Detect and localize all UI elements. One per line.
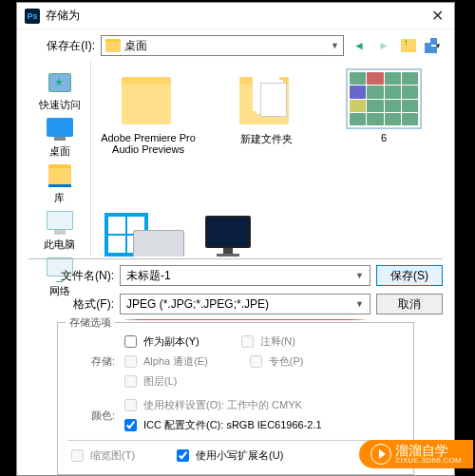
checkbox-label: 使用小写扩展名(U): [196, 448, 283, 463]
icc-checkbox[interactable]: ICC 配置文件(C): sRGB IEC61966-2.1: [121, 416, 322, 434]
sidebar-item-label: 此电脑: [44, 238, 75, 252]
watermark-badge: 溜溜自学 ZIXUE.3D66.COM: [359, 440, 473, 468]
watermark-sub: ZIXUE.3D66.COM: [395, 457, 462, 465]
file-browser: Adobe Premiere Pro Audio Previews 新建文件夹 …: [97, 62, 443, 257]
color-row: 颜色: 使用校样设置(O): 工作中的 CMYK ICC 配置文件(C): sR…: [67, 396, 404, 434]
sidebar-item-desktop[interactable]: 桌面: [45, 116, 75, 159]
quick-access-icon: [45, 69, 75, 96]
titlebar: Ps 存储为 ✕: [17, 3, 454, 29]
filename-label: 文件名(N):: [28, 268, 114, 284]
spot-checkbox: 专色(P): [246, 352, 304, 371]
photoshop-icon: Ps: [25, 9, 40, 24]
dialog-title: 存储为: [46, 8, 428, 24]
file-item-folder[interactable]: Adobe Premiere Pro Audio Previews: [101, 69, 196, 181]
checkbox-label: 注释(N): [260, 334, 295, 349]
up-button[interactable]: [399, 36, 418, 55]
divider: [28, 258, 443, 259]
layers-checkbox: 图层(L): [121, 372, 304, 390]
thumb-checkbox: 缩览图(T): [67, 447, 135, 465]
storage-row: 存储: 作为副本(Y) 注释(N) Alpha 通道(E) 专色(P) 图层(L…: [67, 333, 404, 390]
close-icon[interactable]: ✕: [428, 7, 446, 25]
chevron-down-icon: ▼: [331, 41, 339, 50]
thispc-icon: [45, 209, 75, 236]
format-label: 格式(F):: [28, 296, 114, 313]
dialog-content: 保存在(I): 桌面 ▼ ◄ ◄ ▼ 快速访问 桌面: [17, 29, 454, 475]
button-label: 取消: [398, 296, 421, 313]
group-legend: 存储选项: [66, 315, 115, 330]
save-as-dialog: Ps 存储为 ✕ 保存在(I): 桌面 ▼ ◄ ◄ ▼ 快速访问: [16, 2, 455, 476]
checkbox-label: ICC 配置文件(C): sRGB IEC61966-2.1: [143, 418, 322, 432]
divider: [67, 440, 404, 441]
chevron-down-icon: ▼: [355, 271, 364, 280]
image-thumbnail: [347, 69, 421, 128]
color-label: 颜色:: [67, 409, 115, 423]
checkbox-label: 使用校样设置(O): 工作中的 CMYK: [143, 398, 302, 412]
chevron-down-icon: ▼: [355, 299, 364, 309]
file-item-folder[interactable]: 新建文件夹: [218, 69, 314, 181]
forward-button[interactable]: ◄: [374, 36, 393, 55]
notes-checkbox: 注释(N): [238, 333, 295, 351]
monitor-icon: [205, 216, 251, 257]
filename-combo[interactable]: 未标题-1 ▼: [120, 265, 370, 286]
places-sidebar: 快速访问 桌面 库 此电脑 网络: [28, 62, 91, 257]
savein-value: 桌面: [124, 38, 147, 54]
chevron-down-icon: ▼: [434, 42, 442, 50]
filename-row: 文件名(N): 未标题-1 ▼ 保存(S): [28, 265, 443, 286]
format-value: JPEG (*.JPG;*.JPEG;*.JPE): [126, 297, 269, 311]
lowerext-checkbox[interactable]: 使用小写扩展名(U): [173, 447, 283, 465]
file-label: 新建文件夹: [240, 132, 293, 146]
storage-label: 存储:: [67, 354, 115, 369]
watermark-title: 溜溜自学: [395, 444, 462, 457]
alpha-checkbox: Alpha 通道(E): [121, 352, 208, 371]
play-icon: [370, 444, 391, 465]
drive-icon: [133, 230, 184, 257]
proof-checkbox: 使用校样设置(O): 工作中的 CMYK: [121, 396, 322, 414]
back-button[interactable]: ◄: [350, 36, 369, 55]
file-label: Adobe Premiere Pro Audio Previews: [101, 132, 196, 155]
file-item-image[interactable]: 6: [336, 69, 431, 181]
copy-checkbox[interactable]: 作为副本(Y): [121, 333, 200, 351]
sidebar-item-label: 快速访问: [39, 98, 81, 112]
savein-dropdown[interactable]: 桌面 ▼: [101, 35, 344, 56]
folder-icon: [239, 77, 293, 121]
checkbox-label: 作为副本(Y): [143, 334, 200, 349]
sidebar-item-quick[interactable]: 快速访问: [39, 69, 81, 112]
folder-icon: [105, 39, 121, 52]
button-label: 保存(S): [390, 268, 428, 284]
back-icon: ◄: [353, 39, 365, 52]
savein-label: 保存在(I):: [28, 38, 95, 54]
checkbox-label: 缩览图(T): [90, 448, 135, 463]
file-label: 6: [381, 132, 387, 143]
sidebar-item-label: 桌面: [49, 144, 70, 159]
sidebar-item-library[interactable]: 库: [45, 162, 75, 205]
forward-icon: ◄: [378, 39, 390, 52]
file-area[interactable]: Adobe Premiere Pro Audio Previews 新建文件夹 …: [97, 62, 443, 188]
cancel-button[interactable]: 取消: [376, 294, 443, 314]
sidebar-item-thispc[interactable]: 此电脑: [44, 209, 75, 252]
folder-up-icon: [401, 39, 416, 52]
checkbox-label: 图层(L): [143, 374, 177, 389]
format-combo[interactable]: JPEG (*.JPG;*.JPEG;*.JPE) ▼: [120, 294, 370, 314]
body-row: 快速访问 桌面 库 此电脑 网络: [28, 62, 443, 257]
desktop-icon: [45, 116, 75, 143]
nav-toolbar: ◄ ◄ ▼: [350, 36, 443, 55]
checkbox-label: 专色(P): [269, 354, 304, 369]
save-button[interactable]: 保存(S): [376, 265, 443, 286]
savein-row: 保存在(I): 桌面 ▼ ◄ ◄ ▼: [28, 35, 443, 56]
library-icon: [45, 162, 75, 189]
options-bottom-row: 缩览图(T) 使用小写扩展名(U): [67, 447, 404, 465]
filename-value: 未标题-1: [126, 268, 171, 284]
folder-icon: [122, 77, 175, 121]
file-area-row2: [97, 188, 443, 257]
format-row: 格式(F): JPEG (*.JPG;*.JPEG;*.JPE) ▼ 取消: [28, 294, 443, 314]
sidebar-item-label: 库: [54, 191, 65, 205]
checkbox-label: Alpha 通道(E): [143, 354, 208, 369]
view-button[interactable]: ▼: [424, 36, 443, 55]
